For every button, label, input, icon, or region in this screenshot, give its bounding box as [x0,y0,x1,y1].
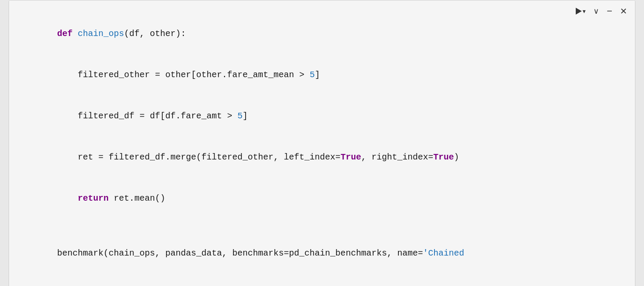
code-line-5: return ret.mean() [26,178,618,219]
keyword-return: return [57,193,109,203]
run-button[interactable]: ▾ [574,7,587,15]
run-dropdown-icon: ▾ [583,8,586,15]
keyword-def: def [57,29,78,39]
code-line-5-rest: ret.mean() [109,193,165,203]
code-str-chained: 'Chained [423,248,464,258]
code-line-7-pre: benchmark(chain_ops, pandas_data, benchm… [57,248,423,258]
code-line-4-pre: ret = filtered_df.merge(filtered_other, … [57,152,340,162]
run-triangle-icon [576,8,582,15]
code-line-3: filtered_df = df[df.fare_amt > 5] [26,96,618,137]
code-line-blank [26,219,618,233]
code-params: (df, other): [124,29,186,39]
code-line-4: ret = filtered_df.merge(filtered_other, … [26,137,618,178]
close-cell-button[interactable]: ✕ [618,5,629,17]
close-icon: ✕ [620,6,627,16]
collapse-button[interactable]: ∨ [592,6,601,17]
code-line-4-mid: , right_index= [361,152,433,162]
minus-icon: − [607,6,612,16]
code-line-8: operations', other=other) [26,274,618,286]
code-line-4-end: ) [454,152,459,162]
function-name: chain_ops [78,29,124,39]
code-line-3-pre: filtered_df = df[df.fare_amt > [57,111,237,121]
code-num-5b: 5 [237,111,243,121]
minimize-button[interactable]: − [605,5,614,18]
code-line-2-pre: filtered_other = other[other.fare_amt_me… [57,70,310,80]
code-num-5a: 5 [310,70,315,80]
code-line-7: benchmark(chain_ops, pandas_data, benchm… [26,233,618,274]
code-line-1: def chain_ops(df, other): [26,13,618,54]
notebook-cell: ▾ ∨ − ✕ def chain_ops(df, other): filter… [9,0,635,286]
code-line-2: filtered_other = other[other.fare_amt_me… [26,54,618,96]
chevron-down-icon: ∨ [593,7,599,15]
keyword-true-1: True [340,152,361,162]
code-line-3-end: ] [243,111,248,121]
keyword-true-2: True [433,152,454,162]
code-line-2-end: ] [315,70,320,80]
cell-toolbar: ▾ ∨ − ✕ [574,5,629,18]
code-area: def chain_ops(df, other): filtered_other… [9,0,635,286]
